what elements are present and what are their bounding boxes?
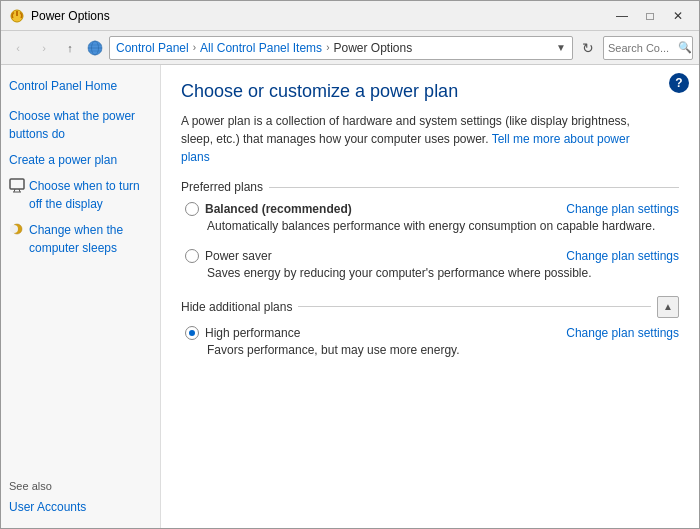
search-icon: 🔍 bbox=[678, 41, 692, 54]
preferred-plans-header: Preferred plans bbox=[181, 180, 679, 194]
breadcrumb-control-panel[interactable]: Control Panel bbox=[116, 41, 189, 55]
power-saver-radio[interactable] bbox=[185, 249, 199, 263]
preferred-plans-label: Preferred plans bbox=[181, 180, 263, 194]
breadcrumb-sep-2: › bbox=[326, 42, 329, 53]
hide-additional-toggle[interactable]: ▲ bbox=[657, 296, 679, 318]
window-icon bbox=[9, 8, 25, 24]
help-button[interactable]: ? bbox=[669, 73, 689, 93]
balanced-change-plan-link[interactable]: Change plan settings bbox=[566, 202, 679, 216]
high-performance-plan-item: High performance Change plan settings Fa… bbox=[181, 326, 679, 359]
power-saver-plan-name: Power saver bbox=[205, 249, 272, 263]
power-saver-plan-desc: Saves energy by reducing your computer's… bbox=[185, 265, 679, 282]
additional-divider bbox=[298, 306, 651, 307]
breadcrumb-dropdown-button[interactable]: ▼ bbox=[556, 42, 566, 53]
sidebar-item-sleep-container: Change when the computer sleeps bbox=[9, 219, 152, 259]
high-performance-plan-row: High performance Change plan settings bbox=[185, 326, 679, 340]
close-button[interactable]: ✕ bbox=[665, 6, 691, 26]
preferred-plans-section: Preferred plans Balanced (recommended) C… bbox=[181, 180, 679, 282]
additional-plans-section: Hide additional plans ▲ High performance bbox=[181, 296, 679, 359]
svg-rect-1 bbox=[16, 11, 18, 16]
refresh-button[interactable]: ↻ bbox=[577, 37, 599, 59]
balanced-plan-desc: Automatically balances performance with … bbox=[185, 218, 679, 235]
forward-button[interactable]: › bbox=[33, 37, 55, 59]
content-description: A power plan is a collection of hardware… bbox=[181, 112, 661, 166]
breadcrumb-icon bbox=[87, 40, 103, 56]
power-options-window: Power Options — □ ✕ ‹ › ↑ Control Panel … bbox=[0, 0, 700, 529]
sidebar-see-also: See also User Accounts bbox=[9, 470, 152, 518]
breadcrumb-sep-1: › bbox=[193, 42, 196, 53]
sidebar-item-turn-off-display-container: Choose when to turn off the display bbox=[9, 175, 152, 215]
sidebar: Control Panel Home Choose what the power… bbox=[1, 65, 161, 528]
title-bar: Power Options — □ ✕ bbox=[1, 1, 699, 31]
balanced-plan-row: Balanced (recommended) Change plan setti… bbox=[185, 202, 679, 216]
preferred-divider bbox=[269, 187, 679, 188]
balanced-radio[interactable] bbox=[185, 202, 199, 216]
high-performance-plan-label: High performance bbox=[185, 326, 300, 340]
page-title: Choose or customize a power plan bbox=[181, 81, 679, 102]
monitor-icon bbox=[9, 177, 25, 193]
breadcrumb-all-items[interactable]: All Control Panel Items bbox=[200, 41, 322, 55]
see-also-label: See also bbox=[9, 480, 152, 492]
high-performance-plan-name: High performance bbox=[205, 326, 300, 340]
sidebar-nav: Control Panel Home Choose what the power… bbox=[9, 75, 152, 263]
minimize-button[interactable]: — bbox=[609, 6, 635, 26]
power-saver-plan-label: Power saver bbox=[185, 249, 272, 263]
sidebar-item-power-buttons[interactable]: Choose what the power buttons do bbox=[9, 105, 152, 145]
breadcrumb-current: Power Options bbox=[333, 41, 412, 55]
high-performance-change-plan-link[interactable]: Change plan settings bbox=[566, 326, 679, 340]
search-box: 🔍 bbox=[603, 36, 693, 60]
power-saver-change-plan-link[interactable]: Change plan settings bbox=[566, 249, 679, 263]
search-input[interactable] bbox=[608, 42, 678, 54]
svg-point-12 bbox=[10, 225, 18, 233]
additional-plans-label: Hide additional plans bbox=[181, 300, 292, 314]
high-performance-radio[interactable] bbox=[185, 326, 199, 340]
sidebar-item-create-power-plan[interactable]: Create a power plan bbox=[9, 149, 152, 171]
back-button[interactable]: ‹ bbox=[7, 37, 29, 59]
svg-rect-7 bbox=[10, 179, 24, 189]
address-bar: ‹ › ↑ Control Panel › All Control Panel … bbox=[1, 31, 699, 65]
sleep-icon bbox=[9, 221, 25, 237]
breadcrumb-bar: Control Panel › All Control Panel Items … bbox=[109, 36, 573, 60]
window-title: Power Options bbox=[31, 9, 609, 23]
additional-plans-header: Hide additional plans ▲ bbox=[181, 296, 679, 318]
power-saver-plan-row: Power saver Change plan settings bbox=[185, 249, 679, 263]
balanced-plan-item: Balanced (recommended) Change plan setti… bbox=[181, 202, 679, 235]
sidebar-item-turn-off-display[interactable]: Choose when to turn off the display bbox=[29, 175, 152, 215]
radio-selected-dot bbox=[189, 330, 195, 336]
window-controls: — □ ✕ bbox=[609, 6, 691, 26]
high-performance-plan-desc: Favors performance, but may use more ene… bbox=[185, 342, 679, 359]
sidebar-item-user-accounts[interactable]: User Accounts bbox=[9, 496, 152, 518]
sidebar-item-sleep[interactable]: Change when the computer sleeps bbox=[29, 219, 152, 259]
sidebar-item-control-panel-home[interactable]: Control Panel Home bbox=[9, 75, 152, 97]
main-area: Control Panel Home Choose what the power… bbox=[1, 65, 699, 528]
content-panel: ? Choose or customize a power plan A pow… bbox=[161, 65, 699, 528]
balanced-plan-name: Balanced (recommended) bbox=[205, 202, 352, 216]
balanced-plan-label: Balanced (recommended) bbox=[185, 202, 352, 216]
maximize-button[interactable]: □ bbox=[637, 6, 663, 26]
power-saver-plan-item: Power saver Change plan settings Saves e… bbox=[181, 249, 679, 282]
up-button[interactable]: ↑ bbox=[59, 37, 81, 59]
